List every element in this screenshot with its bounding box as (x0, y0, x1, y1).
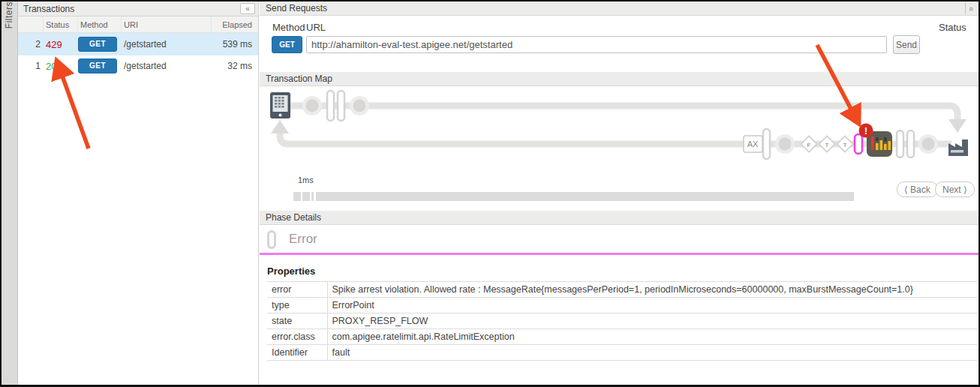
status-badge: 429 (44, 39, 78, 50)
phase-policy-pill-icon (267, 230, 276, 249)
timeline-segment[interactable] (293, 192, 301, 201)
property-key: type (267, 298, 327, 314)
url-label: URL (306, 22, 326, 33)
table-row: errorSpike arrest violation. Allowed rat… (267, 282, 977, 298)
table-row-transaction-200[interactable]: 1 200 GET /getstarted 32 ms (18, 56, 258, 76)
collapse-send-requests-icon[interactable]: « (965, 2, 978, 14)
svg-text:T: T (825, 142, 829, 148)
properties-section: Properties errorSpike arrest violation. … (260, 255, 980, 361)
timeline-segment[interactable] (302, 192, 310, 201)
condition-diamond-t1[interactable]: T (819, 136, 834, 152)
transactions-panel: Transactions « Status Method URI Elapsed… (18, 2, 259, 385)
transactions-column-headers: Status Method URI Elapsed (18, 16, 258, 33)
method-select[interactable]: GET (272, 36, 302, 53)
column-header-index (18, 16, 44, 33)
transaction-index: 2 (18, 39, 44, 50)
response-policy-pill[interactable] (907, 130, 914, 158)
response-step-dot[interactable] (775, 134, 795, 154)
transactions-header: Transactions « (18, 2, 258, 16)
condition-diamond-t2[interactable]: T (837, 136, 852, 152)
transaction-elapsed: 539 ms (212, 39, 258, 50)
transaction-map-title: Transaction Map (266, 74, 332, 84)
client-phone-icon[interactable] (270, 92, 290, 118)
back-button[interactable]: ⟨ Back (897, 182, 938, 197)
property-value: com.apigee.ratelimit.api.RateLimitExcept… (327, 329, 977, 345)
filters-rail-tab[interactable]: Filters (2, 2, 18, 385)
send-requests-header: Send Requests « (260, 2, 980, 16)
request-step-dot[interactable] (302, 96, 322, 116)
request-arrowhead-icon (948, 119, 966, 133)
timeline-scale-label: 1ms (298, 176, 314, 184)
ax-step-label: AX (747, 140, 759, 148)
property-key: error (267, 282, 327, 298)
error-badge-icon: ! (859, 124, 873, 138)
svg-text:T: T (843, 142, 847, 148)
send-button[interactable]: Send (893, 35, 920, 54)
method-badge: GET (78, 58, 117, 74)
table-row: Identifierfault (267, 345, 977, 361)
send-requests-title: Send Requests (266, 3, 327, 14)
url-input[interactable] (306, 36, 887, 53)
properties-title: Properties (267, 266, 980, 277)
phase-name: Error (289, 232, 317, 247)
request-track (285, 106, 957, 119)
property-key: Identifier (267, 345, 327, 361)
property-key: state (267, 314, 327, 329)
trace-detail-panel: Send Requests « Method URL Status GET Se… (260, 2, 980, 385)
property-value: PROXY_RESP_FLOW (327, 314, 977, 329)
collapse-left-panel-icon[interactable]: « (240, 3, 255, 14)
transaction-uri: /getstarted (122, 61, 212, 71)
send-requests-form: Method URL Status GET Send (260, 16, 980, 72)
phase-details-row: Error (260, 225, 980, 255)
column-header-uri: URI (122, 16, 212, 33)
svg-text:!: ! (864, 125, 867, 136)
trace-tool-window: Filters Transactions « Status Method URI… (0, 0, 980, 387)
transaction-map-header: Transaction Map (260, 72, 980, 86)
column-header-elapsed: Elapsed (212, 16, 258, 33)
transaction-uri: /getstarted (122, 39, 212, 50)
timeline-segment[interactable] (311, 192, 314, 201)
status-badge: 200 (44, 61, 78, 72)
phase-details-title: Phase Details (266, 212, 321, 223)
request-step-dot[interactable] (350, 96, 369, 116)
transaction-elapsed: 32 ms (212, 61, 258, 71)
response-step-dot[interactable] (918, 134, 938, 154)
timeline-track[interactable] (316, 192, 854, 201)
method-badge: GET (78, 37, 117, 52)
response-policy-pill[interactable] (897, 130, 903, 158)
column-header-status: Status (44, 16, 78, 33)
table-row-transaction-429[interactable]: 2 429 GET /getstarted 539 ms (18, 33, 258, 56)
svg-text:F: F (807, 142, 811, 148)
property-value: ErrorPoint (327, 298, 977, 314)
transaction-map-canvas: AX F T T (260, 86, 980, 211)
properties-table: errorSpike arrest violation. Allowed rat… (267, 281, 977, 361)
property-key: error.class (267, 329, 327, 345)
response-arrowhead-icon (271, 120, 289, 134)
method-label: Method (272, 22, 305, 33)
selected-error-policy-pill[interactable] (855, 134, 862, 154)
filters-rail-label: Filters (2, 2, 17, 36)
phase-details-header: Phase Details (260, 211, 980, 225)
transactions-title: Transactions (23, 4, 240, 14)
next-button[interactable]: Next ⟩ (935, 182, 975, 197)
status-label: Status (939, 22, 966, 33)
table-row: typeErrorPoint (267, 298, 977, 314)
condition-diamond-f[interactable]: F (801, 136, 816, 152)
transaction-index: 1 (18, 61, 44, 71)
request-policy-pill[interactable] (327, 91, 334, 121)
table-row: error.classcom.apigee.ratelimit.api.Rate… (267, 329, 977, 345)
property-value: fault (327, 345, 977, 361)
property-value: Spike arrest violation. Allowed rate : M… (327, 282, 977, 298)
request-policy-pill[interactable] (338, 91, 344, 121)
column-header-method: Method (78, 16, 122, 33)
table-row: statePROXY_RESP_FLOW (267, 314, 977, 329)
response-policy-pill[interactable] (763, 129, 770, 159)
